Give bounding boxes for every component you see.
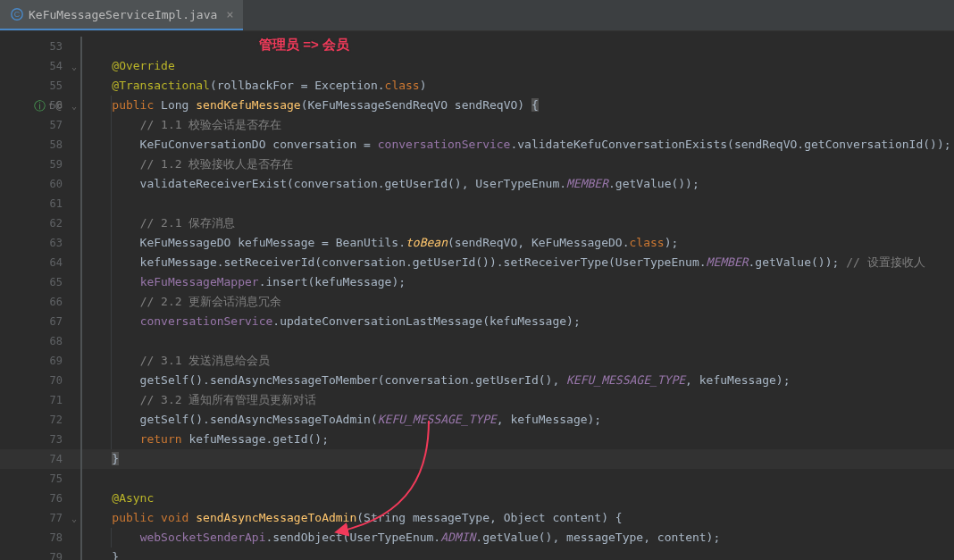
code-line[interactable] [80,469,954,489]
line-number: 62 [0,213,80,233]
code-line[interactable]: // 1.1 校验会话是否存在 [80,115,954,135]
code-line[interactable]: @Override [80,56,954,76]
code-line[interactable]: validateReceiverExist(conversation.getUs… [80,174,954,194]
code-line[interactable] [80,194,954,213]
code-line[interactable]: KeFuMessageDO kefuMessage = BeanUtils.to… [80,233,954,253]
line-number: 73 [0,430,80,449]
code-line[interactable]: // 2.2 更新会话消息冗余 [80,292,954,312]
code-area[interactable]: 管理员 => 会员 @Override @Transactional(rollb… [80,31,954,560]
line-number: 59 [0,155,80,174]
line-number: 78 [0,528,80,547]
line-number: 53 [0,37,80,56]
code-line[interactable]: public void sendAsyncMessageToAdmin(Stri… [80,508,954,528]
gutter: 5354⌄5556⌄ⓘ↑@575859606162636465666768697… [0,31,80,560]
line-number: 77⌄ [0,508,80,528]
code-line[interactable]: webSocketSenderApi.sendObject(UserTypeEn… [80,528,954,547]
code-editor[interactable]: 5354⌄5556⌄ⓘ↑@575859606162636465666768697… [0,31,954,560]
line-number: 71 [0,390,80,410]
code-line[interactable]: // 1.2 校验接收人是否存在 [80,155,954,174]
line-number: 65 [0,272,80,292]
indent-guide [111,528,112,547]
line-number: 72 [0,410,80,430]
line-number: 76 [0,489,80,508]
line-number: 57 [0,115,80,135]
indent-guide [111,96,112,449]
code-line[interactable]: kefuMessage.setReceiverId(conversation.g… [80,253,954,272]
svg-text:C: C [14,10,21,19]
fold-icon[interactable]: ⌄ [71,101,77,111]
line-number: 68 [0,331,80,351]
line-number: 74 [0,449,80,469]
code-line[interactable]: } [80,449,954,469]
code-line[interactable]: keFuMessageMapper.insert(kefuMessage); [80,272,954,292]
line-number: 64 [0,253,80,272]
gutter-marks[interactable]: ⓘ↑@ [34,99,62,112]
code-line[interactable]: // 3.2 通知所有管理员更新对话 [80,390,954,410]
code-line[interactable]: getSelf().sendAsyncMessageToAdmin(KEFU_M… [80,410,954,430]
tab-bar: C KeFuMessageServiceImpl.java × [0,0,954,31]
line-number: 63 [0,233,80,253]
line-number: 75 [0,469,80,489]
line-number: 60 [0,174,80,194]
code-line[interactable]: return kefuMessage.getId(); [80,430,954,449]
line-number: 67 [0,312,80,331]
code-line[interactable]: conversationService.updateConversationLa… [80,312,954,331]
code-line[interactable] [80,37,954,56]
code-line[interactable]: public Long sendKefuMessage(KeFuMessageS… [80,96,954,115]
tab-filename: KeFuMessageServiceImpl.java [29,8,217,21]
code-line[interactable]: @Async [80,489,954,508]
line-number: 61 [0,194,80,213]
code-line[interactable]: // 2.1 保存消息 [80,213,954,233]
line-number: 58 [0,135,80,155]
close-icon[interactable]: × [226,8,233,21]
line-number: 54⌄ [0,56,80,76]
fold-icon[interactable]: ⌄ [71,514,77,523]
code-line[interactable]: KeFuConversationDO conversation = conver… [80,135,954,155]
line-number: 70 [0,371,80,390]
code-line[interactable]: } [80,547,954,560]
code-line[interactable]: getSelf().sendAsyncMessageToMember(conve… [80,371,954,390]
line-number: 66 [0,292,80,312]
code-line[interactable]: // 3.1 发送消息给会员 [80,351,954,371]
line-number: 56⌄ⓘ↑@ [0,96,80,115]
java-class-icon: C [11,8,23,21]
file-tab[interactable]: C KeFuMessageServiceImpl.java × [0,0,243,30]
fold-guide [80,37,82,560]
line-number: 69 [0,351,80,371]
code-line[interactable] [80,331,954,351]
fold-icon[interactable]: ⌄ [71,62,77,71]
code-line[interactable]: @Transactional(rollbackFor = Exception.c… [80,76,954,96]
line-number: 55 [0,76,80,96]
line-number: 79 [0,547,80,560]
